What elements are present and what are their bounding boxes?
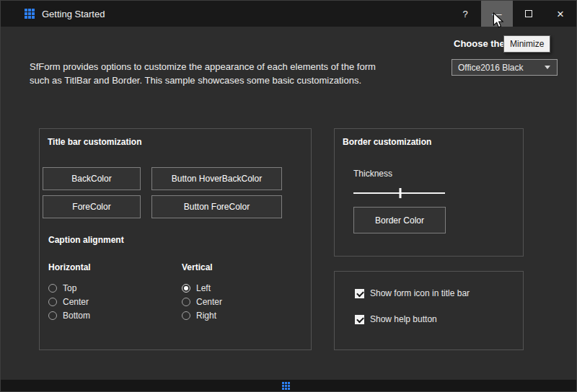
bottom-edge-strip bbox=[1, 380, 576, 391]
thickness-slider-thumb[interactable] bbox=[399, 188, 401, 198]
radio-icon bbox=[182, 284, 190, 293]
app-window: Getting Started ? — × Choose theme Offic… bbox=[0, 0, 577, 392]
horizontal-radio-group: Top Center Bottom bbox=[48, 281, 157, 322]
options-group: Show form icon in title bar Show help bu… bbox=[334, 271, 524, 350]
radio-icon bbox=[182, 298, 190, 306]
radio-icon bbox=[48, 284, 57, 293]
border-color-button[interactable]: Border Color bbox=[353, 207, 446, 233]
caption-alignment-label: Caption alignment bbox=[48, 235, 124, 245]
checkbox-show-help-button-label: Show help button bbox=[370, 314, 437, 324]
vertical-radio-group: Left Center Right bbox=[182, 281, 290, 322]
mouse-cursor-icon bbox=[493, 12, 504, 30]
radio-top-label: Top bbox=[63, 283, 76, 293]
button-forecolor-button[interactable]: Button ForeColor bbox=[151, 195, 282, 218]
horizontal-label: Horizontal bbox=[48, 262, 91, 272]
taskbar-app-icon[interactable] bbox=[282, 382, 290, 390]
maximize-icon bbox=[525, 10, 532, 17]
help-icon: ? bbox=[462, 9, 467, 19]
radio-icon bbox=[182, 311, 190, 320]
radio-center-horizontal[interactable]: Center bbox=[48, 295, 157, 308]
border-group-title: Border customization bbox=[343, 137, 431, 147]
intro-text: SfForm provides options to customize the… bbox=[30, 60, 394, 87]
border-customization-group: Border customization Thickness Border Co… bbox=[334, 128, 524, 257]
titlebar-group-title: Title bar customization bbox=[48, 137, 141, 147]
backcolor-button[interactable]: BackColor bbox=[43, 167, 141, 190]
checkbox-show-form-icon[interactable]: Show form icon in title bar bbox=[355, 288, 470, 298]
radio-bottom-label: Bottom bbox=[63, 311, 90, 321]
radio-right-label: Right bbox=[196, 311, 216, 321]
window-title: Getting Started bbox=[42, 9, 105, 19]
chevron-down-icon bbox=[545, 66, 550, 69]
close-icon: × bbox=[557, 8, 564, 20]
thickness-label: Thickness bbox=[353, 169, 392, 179]
minimize-tooltip: Minimize bbox=[503, 35, 550, 53]
button-hoverbackcolor-button[interactable]: Button HoverBackColor bbox=[151, 167, 282, 190]
radio-bottom[interactable]: Bottom bbox=[48, 308, 157, 322]
help-button[interactable]: ? bbox=[449, 1, 481, 27]
radio-left[interactable]: Left bbox=[182, 281, 290, 295]
checkbox-show-help-button[interactable]: Show help button bbox=[355, 314, 437, 324]
app-logo-icon bbox=[25, 9, 35, 19]
theme-combobox[interactable]: Office2016 Black bbox=[452, 59, 558, 76]
radio-icon bbox=[48, 311, 57, 320]
title-bar: Getting Started ? — × bbox=[1, 1, 576, 27]
vertical-label: Vertical bbox=[182, 262, 213, 272]
radio-icon bbox=[48, 298, 57, 306]
radio-left-label: Left bbox=[196, 283, 211, 293]
radio-center-horizontal-label: Center bbox=[63, 297, 89, 307]
close-button[interactable]: × bbox=[545, 1, 576, 27]
checkbox-icon bbox=[355, 315, 364, 324]
thickness-slider[interactable] bbox=[353, 188, 445, 198]
radio-center-vertical-label: Center bbox=[196, 297, 222, 307]
theme-combobox-value: Office2016 Black bbox=[458, 63, 524, 73]
maximize-button[interactable] bbox=[513, 1, 545, 27]
radio-top[interactable]: Top bbox=[48, 281, 157, 295]
titlebar-customization-group: Title bar customization BackColor Button… bbox=[39, 128, 312, 350]
radio-center-vertical[interactable]: Center bbox=[182, 295, 290, 308]
checkbox-icon bbox=[355, 289, 364, 298]
forecolor-button[interactable]: ForeColor bbox=[43, 195, 141, 218]
radio-right[interactable]: Right bbox=[182, 308, 290, 322]
checkbox-show-form-icon-label: Show form icon in title bar bbox=[370, 288, 470, 298]
